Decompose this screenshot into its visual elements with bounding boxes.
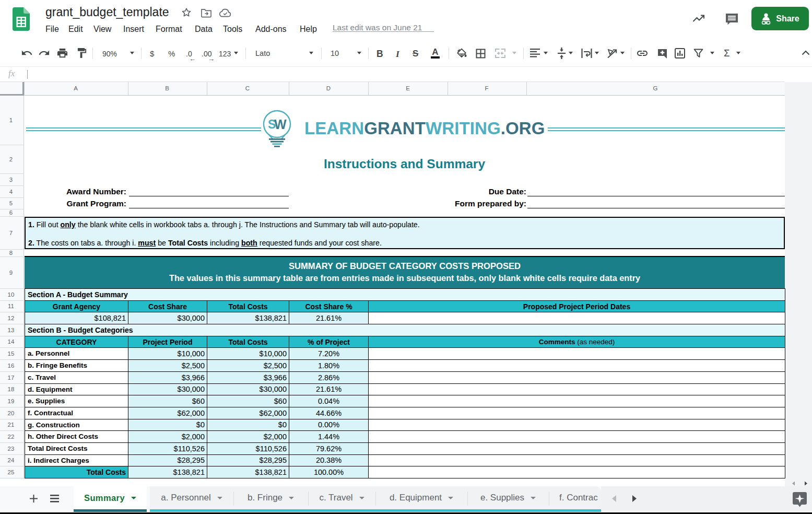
svg-text:W: W [274,117,287,132]
